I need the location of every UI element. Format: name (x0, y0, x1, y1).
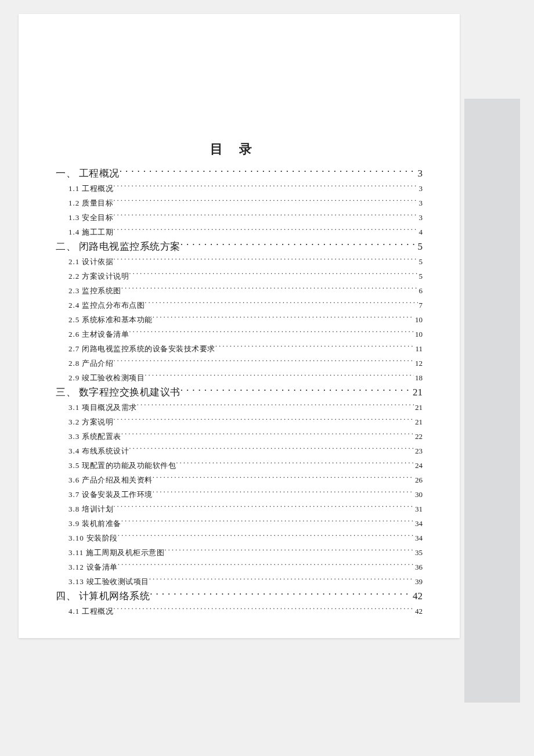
toc-entry: 2.1设计依据5 (56, 254, 423, 269)
toc-entry-page: 36 (414, 560, 423, 574)
toc-leader-dots (113, 358, 414, 366)
toc-entry-page: 42 (412, 589, 423, 604)
toc-entry: 2.2方案设计说明5 (56, 269, 423, 283)
toc-entry-number: 2.6 (68, 330, 80, 339)
toc-entry: 3.5现配置的功能及功能软件包24 (56, 458, 423, 473)
toc-entry-label: 4.1工程概况 (68, 604, 113, 618)
toc-leader-dots (181, 240, 417, 250)
toc-entry: 2.8产品介绍12 (56, 356, 423, 370)
toc-entry-text: 系统标准和基本功能 (82, 315, 153, 324)
toc-leader-dots (118, 562, 414, 570)
toc-entry-text: 质量目标 (82, 199, 113, 207)
toc-entry-label: 1.3安全目标 (68, 210, 113, 225)
toc-entry: 3.1项目概况及需求21 (56, 400, 423, 415)
toc-entry: 3.10安装阶段34 (56, 531, 423, 545)
toc-entry-label: 3.4布线系统设计 (68, 444, 129, 458)
toc-entry-page: 5 (418, 254, 423, 269)
toc-entry-label: 2.5系统标准和基本功能 (68, 312, 153, 327)
toc-entry-text: 项目概况及需求 (82, 403, 137, 412)
toc-entry-label: 三、 数字程控交换机建议书 (56, 385, 181, 400)
toc-leader-dots (181, 386, 412, 395)
toc-entry: 3.6产品介绍及相关资料26 (56, 473, 423, 487)
toc-entry-text: 施工工期 (82, 228, 113, 236)
toc-entry-number: 四、 (56, 591, 76, 602)
table-of-contents: 一、 工程概况31.1工程概况31.2质量目标31.3安全目标31.4施工工期4… (56, 166, 423, 618)
toc-entry: 2.9竣工验收检测项目18 (56, 370, 423, 385)
toc-entry-text: 工程概况 (82, 184, 113, 193)
toc-leader-dots (113, 417, 414, 424)
toc-entry-page: 22 (414, 429, 423, 444)
toc-entry: 3.12设备清单36 (56, 560, 423, 574)
toc-entry: 3.4布线系统设计23 (56, 444, 423, 458)
toc-entry-number: 3.8 (68, 505, 80, 513)
toc-leader-dots (176, 460, 414, 468)
toc-entry-text: 施工周期及机柜示意图 (86, 548, 164, 557)
toc-entry-number: 3.1 (68, 403, 80, 412)
toc-entry-number: 2.7 (68, 344, 80, 353)
toc-entry-number: 3.9 (68, 519, 80, 528)
toc-entry: 1.2质量目标3 (56, 196, 423, 210)
toc-entry-number: 2.1 (68, 257, 80, 266)
toc-entry-label: 1.2质量目标 (68, 196, 113, 210)
toc-leader-dots (145, 300, 417, 308)
toc-entry-page: 3 (418, 196, 423, 210)
toc-entry-text: 闭路电视监控系统的设备安装技术要求 (82, 344, 215, 353)
toc-leader-dots (113, 213, 417, 220)
toc-entry-label: 3.8培训计划 (68, 502, 113, 516)
toc-entry: 2.7闭路电视监控系统的设备安装技术要求11 (56, 341, 423, 356)
toc-leader-dots (113, 504, 414, 512)
toc-leader-dots (113, 227, 417, 235)
toc-entry-number: 3.5 (68, 461, 80, 470)
toc-entry: 1.3安全目标3 (56, 210, 423, 225)
toc-entry-text: 设备安装及工作环境 (82, 490, 153, 499)
toc-entry-page: 3 (417, 166, 423, 181)
toc-entry-text: 设备清单 (86, 563, 118, 571)
toc-entry: 1.1工程概况3 (56, 181, 423, 196)
toc-entry-text: 培训计划 (82, 505, 113, 513)
toc-entry-label: 2.2方案设计说明 (68, 269, 129, 283)
toc-entry-page: 4 (418, 225, 423, 239)
toc-entry-label: 一、 工程概况 (56, 166, 120, 181)
toc-leader-dots (121, 519, 414, 526)
toc-entry-page: 26 (414, 473, 423, 487)
toc-entry-label: 3.2方案说明 (68, 415, 113, 429)
toc-entry: 三、 数字程控交换机建议书21 (56, 385, 423, 400)
toc-leader-dots (121, 286, 418, 293)
toc-title: 目录 (56, 141, 423, 158)
toc-entry-page: 5 (418, 269, 423, 283)
toc-entry-number: 2.4 (68, 301, 80, 309)
toc-entry-text: 工程概况 (79, 168, 120, 179)
toc-entry-number: 3.3 (68, 432, 80, 441)
toc-leader-dots (121, 431, 414, 439)
toc-leader-dots (118, 533, 414, 541)
toc-leader-dots (113, 606, 414, 614)
toc-entry-text: 产品介绍及相关资料 (82, 476, 153, 484)
toc-entry-page: 10 (414, 327, 423, 341)
toc-entry-text: 监控点分布布点图 (82, 301, 145, 309)
toc-entry-text: 安装阶段 (86, 534, 118, 542)
toc-leader-dots (129, 271, 417, 279)
toc-entry-label: 3.13竣工验收测试项目 (68, 574, 149, 589)
toc-entry-text: 设计依据 (82, 257, 113, 266)
toc-entry: 2.6主材设备清单10 (56, 327, 423, 341)
toc-entry-text: 安全目标 (82, 213, 113, 222)
toc-entry-number: 1.4 (68, 228, 80, 236)
toc-leader-dots (120, 167, 417, 177)
toc-entry-page: 30 (414, 487, 423, 502)
toc-entry-label: 3.6产品介绍及相关资料 (68, 473, 153, 487)
toc-entry: 3.9装机前准备34 (56, 516, 423, 531)
toc-entry-number: 1.2 (68, 199, 80, 207)
toc-entry-label: 3.10安装阶段 (68, 531, 118, 545)
toc-entry-number: 3.11 (68, 548, 84, 557)
toc-entry-label: 2.1设计依据 (68, 254, 113, 269)
toc-entry-label: 3.9装机前准备 (68, 516, 121, 531)
toc-entry-number: 2.5 (68, 315, 80, 324)
toc-leader-dots (129, 446, 414, 453)
toc-entry-text: 方案设计说明 (82, 272, 129, 280)
toc-entry-page: 31 (414, 502, 423, 516)
toc-entry-text: 方案说明 (82, 417, 113, 426)
toc-entry-text: 监控系统图 (82, 286, 121, 295)
toc-entry-page: 34 (414, 531, 423, 545)
toc-leader-dots (150, 589, 412, 599)
toc-entry-page: 21 (414, 415, 423, 429)
